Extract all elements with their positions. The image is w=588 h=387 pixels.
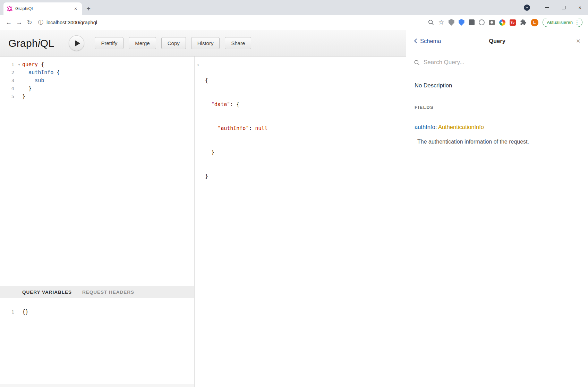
browser-tab-strip: GraphiQL × + × — [0, 0, 588, 15]
graphiql-logo: GraphiQL — [8, 37, 54, 49]
more-menu-icon[interactable]: ⋮ — [574, 19, 580, 26]
extension-tp-icon[interactable]: Tp — [510, 19, 516, 26]
code-token — [22, 69, 28, 76]
history-button[interactable]: History — [191, 37, 220, 49]
execute-button[interactable] — [69, 35, 84, 51]
fold-spacer — [16, 85, 22, 93]
code-line: 5 } — [0, 93, 194, 101]
code-line: "authInfo": null — [205, 124, 406, 132]
profile-avatar[interactable]: L — [531, 19, 538, 26]
extension-camera-icon[interactable] — [489, 20, 495, 25]
type-name-link[interactable]: AuthenticationInfo — [438, 124, 484, 130]
line-number: 1 — [0, 308, 16, 316]
line-number: 5 — [0, 93, 16, 101]
code-token: "data" — [211, 101, 230, 108]
window-maximize-button[interactable] — [555, 0, 572, 15]
doc-back-label: Schema — [420, 38, 441, 44]
share-button[interactable]: Share — [225, 37, 251, 49]
omnibox[interactable]: ⓘ — [35, 19, 424, 26]
doc-back-link[interactable]: Schema — [414, 38, 441, 44]
browser-tab[interactable]: GraphiQL × — [3, 2, 82, 15]
copy-button[interactable]: Copy — [161, 37, 186, 49]
camera-lens — [491, 21, 493, 24]
variables-editor[interactable]: 1 {} — [0, 298, 194, 384]
code-line: 2 authInfo { — [0, 69, 194, 77]
code-token: : — [230, 101, 236, 108]
result-viewer[interactable]: ▾ { "data": { "authInfo": null } } — [194, 57, 406, 387]
code-token: null — [255, 125, 268, 131]
graphql-favicon-icon — [7, 6, 12, 11]
update-label: Aktualisieren — [547, 20, 573, 25]
doc-close-icon[interactable]: × — [576, 37, 580, 45]
code-text: {} — [22, 308, 28, 316]
query-pane: 1 ▾ query { 2 authInfo { 3 sub — [0, 57, 194, 387]
line-number: 2 — [0, 69, 16, 77]
chevron-left-icon — [414, 38, 417, 44]
fold-arrow-icon[interactable]: ▾ — [197, 61, 199, 69]
code-token: { — [205, 77, 208, 84]
fold-spacer — [16, 308, 22, 316]
zoom-icon[interactable] — [428, 19, 434, 26]
graphiql-topbar: GraphiQL Prettify Merge Copy History Sha… — [0, 30, 406, 57]
fold-arrow-icon[interactable]: ▾ — [16, 61, 22, 69]
graphiql-main: GraphiQL Prettify Merge Copy History Sha… — [0, 30, 406, 387]
update-button[interactable]: Aktualisieren ⋮ — [543, 18, 582, 27]
merge-button[interactable]: Merge — [129, 37, 156, 49]
extension-shield-icon[interactable] — [449, 19, 454, 26]
code-line: } — [205, 148, 406, 156]
query-editor[interactable]: 1 ▾ query { 2 authInfo { 3 sub — [0, 57, 194, 286]
code-token: "authInfo" — [218, 125, 249, 131]
nav-right-icons: ☆ Tp L Aktualisieren ⋮ — [424, 18, 585, 27]
fold-spacer — [16, 93, 22, 101]
doc-field-item: authInfo: AuthenticationInfo — [415, 124, 580, 130]
result-code: { "data": { "authInfo": null } } — [195, 61, 406, 196]
back-icon[interactable]: ← — [3, 17, 14, 28]
window-minimize-button[interactable] — [539, 0, 555, 15]
logo-text: Graph — [8, 37, 38, 49]
logo-text: QL — [40, 37, 54, 49]
code-token: } — [22, 85, 32, 92]
tab-request-headers[interactable]: REQUEST HEADERS — [82, 290, 134, 295]
prettify-button[interactable]: Prettify — [95, 37, 123, 49]
doc-explorer-header: Query Schema × — [406, 30, 588, 52]
line-number: 3 — [0, 77, 16, 85]
code-text: query { — [22, 61, 44, 69]
code-line: 3 sub — [0, 77, 194, 85]
code-token: query — [22, 61, 38, 68]
tab-search-icon[interactable] — [524, 5, 530, 11]
code-line: 1 {} — [0, 308, 194, 316]
doc-content: No Description FIELDS authInfo: Authenti… — [406, 73, 588, 154]
code-token: : — [249, 125, 255, 131]
browser-navbar: ← → ↻ ⓘ ☆ Tp L Aktualisieren ⋮ — [0, 15, 588, 30]
code-token: { — [236, 101, 239, 108]
extension-square-icon[interactable] — [469, 19, 475, 25]
field-name-link[interactable]: authInfo — [415, 124, 435, 130]
extension-pinwheel-icon[interactable] — [499, 19, 505, 26]
doc-search-input[interactable] — [424, 59, 580, 66]
maximize-icon — [562, 6, 565, 9]
line-number: 4 — [0, 85, 16, 93]
window-close-button[interactable]: × — [572, 0, 588, 15]
play-icon — [75, 40, 80, 46]
code-line: { — [205, 77, 406, 85]
code-token: {} — [22, 309, 28, 315]
code-token: sub — [35, 77, 44, 84]
horizontal-scrollbar[interactable] — [0, 384, 194, 387]
tab-query-variables[interactable]: QUERY VARIABLES — [22, 290, 72, 295]
reload-icon[interactable]: ↻ — [24, 17, 35, 28]
toolbar-buttons: Prettify Merge Copy History Share — [95, 37, 251, 49]
doc-fields-header: FIELDS — [415, 105, 580, 110]
extension-blue-shield-icon[interactable] — [459, 19, 465, 26]
code-line: } — [205, 172, 406, 180]
tab-close-icon[interactable]: × — [73, 6, 78, 11]
extension-circle-icon[interactable] — [479, 19, 485, 25]
page-info-icon[interactable]: ⓘ — [38, 19, 43, 26]
logo-italic-i: i — [38, 37, 40, 49]
extensions-puzzle-icon[interactable] — [520, 19, 527, 26]
bookmark-star-icon[interactable]: ☆ — [438, 19, 444, 26]
new-tab-button[interactable]: + — [83, 3, 94, 14]
url-input[interactable] — [46, 20, 424, 25]
code-line: "data": { — [205, 101, 406, 109]
doc-search-bar — [406, 52, 588, 73]
forward-icon[interactable]: → — [14, 17, 24, 28]
